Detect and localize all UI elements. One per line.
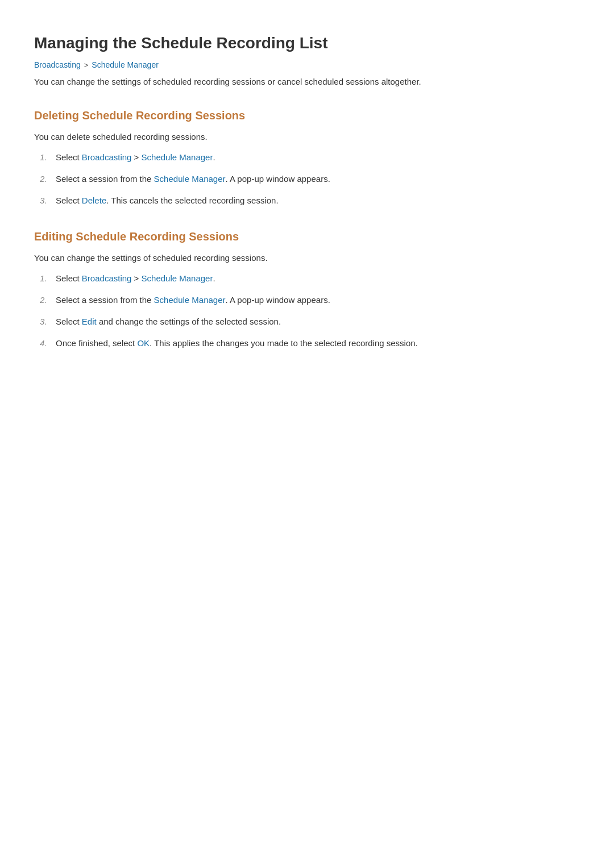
- section-deleting-intro: You can delete scheduled recording sessi…: [34, 130, 580, 144]
- edit-step-text-2: Select a session from the Schedule Manag…: [56, 293, 580, 307]
- edit-step-2-link-schedule-manager[interactable]: Schedule Manager: [154, 295, 226, 305]
- edit-step-1-text-before: Select: [56, 273, 82, 283]
- step-text-1: Select Broadcasting > Schedule Manager.: [56, 151, 580, 164]
- section-editing-title: Editing Schedule Recording Sessions: [34, 230, 580, 243]
- step-1-link-schedule-manager[interactable]: Schedule Manager: [142, 152, 213, 162]
- breadcrumb: Broadcasting > Schedule Manager: [34, 60, 580, 69]
- edit-step-1-separator: >: [131, 273, 141, 283]
- breadcrumb-schedule-manager[interactable]: Schedule Manager: [92, 60, 159, 69]
- editing-step-1: 1. Select Broadcasting > Schedule Manage…: [40, 272, 580, 285]
- edit-step-2-text-before: Select a session from the: [56, 295, 154, 305]
- edit-step-3-text-before: Select: [56, 317, 82, 326]
- step-1-text-before: Select: [56, 152, 82, 162]
- step-3-link-delete[interactable]: Delete: [82, 196, 106, 205]
- page-title: Managing the Schedule Recording List: [34, 34, 580, 52]
- page-intro: You can change the settings of scheduled…: [34, 75, 580, 89]
- step-number-3: 3.: [40, 194, 56, 207]
- step-1-text-after: .: [213, 152, 215, 162]
- editing-step-3: 3. Select Edit and change the settings o…: [40, 315, 580, 329]
- breadcrumb-broadcasting[interactable]: Broadcasting: [34, 60, 81, 69]
- edit-step-2-text-after: . A pop-up window appears.: [226, 295, 330, 305]
- edit-step-4-text-after: . This applies the changes you made to t…: [150, 338, 418, 348]
- section-deleting-title: Deleting Schedule Recording Sessions: [34, 109, 580, 122]
- step-2-link-schedule-manager[interactable]: Schedule Manager: [154, 174, 226, 184]
- step-number-2: 2.: [40, 172, 56, 186]
- edit-step-number-1: 1.: [40, 272, 56, 285]
- step-3-text-after: . This cancels the selected recording se…: [106, 196, 278, 205]
- step-1-separator: >: [131, 152, 141, 162]
- edit-step-text-1: Select Broadcasting > Schedule Manager.: [56, 272, 580, 285]
- step-2-text-before: Select a session from the: [56, 174, 154, 184]
- edit-step-number-4: 4.: [40, 337, 56, 350]
- step-1-link-broadcasting[interactable]: Broadcasting: [82, 152, 132, 162]
- breadcrumb-separator: >: [84, 61, 89, 69]
- editing-step-2: 2. Select a session from the Schedule Ma…: [40, 293, 580, 307]
- edit-step-3-text-after: and change the settings of the selected …: [97, 317, 281, 326]
- step-2-text-after: . A pop-up window appears.: [226, 174, 330, 184]
- deleting-step-3: 3. Select Delete. This cancels the selec…: [40, 194, 580, 207]
- section-editing: Editing Schedule Recording Sessions You …: [34, 230, 580, 350]
- editing-steps-list: 1. Select Broadcasting > Schedule Manage…: [40, 272, 580, 350]
- deleting-step-1: 1. Select Broadcasting > Schedule Manage…: [40, 151, 580, 164]
- step-3-text-before: Select: [56, 196, 82, 205]
- step-text-2: Select a session from the Schedule Manag…: [56, 172, 580, 186]
- step-number-1: 1.: [40, 151, 56, 164]
- edit-step-number-2: 2.: [40, 293, 56, 307]
- edit-step-text-4: Once finished, select OK. This applies t…: [56, 337, 580, 350]
- edit-step-text-3: Select Edit and change the settings of t…: [56, 315, 580, 329]
- edit-step-1-link-broadcasting[interactable]: Broadcasting: [82, 273, 132, 283]
- edit-step-1-text-after: .: [213, 273, 215, 283]
- section-editing-intro: You can change the settings of scheduled…: [34, 251, 580, 265]
- step-text-3: Select Delete. This cancels the selected…: [56, 194, 580, 207]
- deleting-steps-list: 1. Select Broadcasting > Schedule Manage…: [40, 151, 580, 207]
- edit-step-4-link-ok[interactable]: OK: [137, 338, 150, 348]
- edit-step-1-link-schedule-manager[interactable]: Schedule Manager: [142, 273, 213, 283]
- editing-step-4: 4. Once finished, select OK. This applie…: [40, 337, 580, 350]
- section-deleting: Deleting Schedule Recording Sessions You…: [34, 109, 580, 207]
- edit-step-3-link-edit[interactable]: Edit: [82, 317, 97, 326]
- deleting-step-2: 2. Select a session from the Schedule Ma…: [40, 172, 580, 186]
- edit-step-4-text-before: Once finished, select: [56, 338, 137, 348]
- edit-step-number-3: 3.: [40, 315, 56, 329]
